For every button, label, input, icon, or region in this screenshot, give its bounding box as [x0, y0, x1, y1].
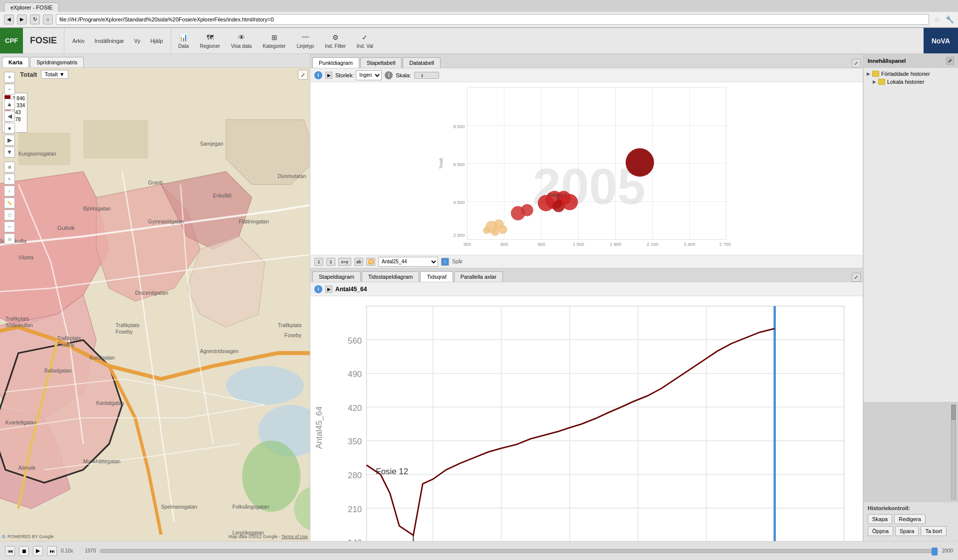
tab-tidsqraf[interactable]: Tidsqraf: [420, 271, 453, 282]
svg-text:Björksgatan: Björksgatan: [83, 206, 111, 211]
fast-forward-btn[interactable]: ⏭: [47, 546, 57, 556]
tab-stapeltabell[interactable]: Stapeltabell: [360, 57, 402, 68]
bookmark-icon[interactable]: ☆: [934, 15, 941, 23]
menu-arkiv[interactable]: Arkiv: [68, 36, 88, 46]
toolbar-kategorier[interactable]: ⊞ Kategorier: [260, 30, 289, 51]
pan-center-btn[interactable]: ●: [4, 123, 15, 134]
axis-btn-1[interactable]: 1: [314, 258, 323, 266]
sidebar-expand-btn[interactable]: ⤢: [946, 57, 954, 65]
play-pause-btn[interactable]: ▶: [33, 546, 43, 556]
sidebar-folder-forladdade[interactable]: ▶ Förladdade historier: [867, 71, 955, 77]
tab-datatabell[interactable]: Datatabell: [403, 57, 441, 68]
browser-tab[interactable]: eXplorer - FOSIE: [4, 2, 59, 12]
tab-punktdiagram[interactable]: Punktdiagram: [312, 57, 359, 68]
axis-btn-2[interactable]: 1: [326, 258, 335, 266]
path-btn[interactable]: 〰: [4, 221, 15, 232]
address-bar[interactable]: [56, 14, 929, 25]
polygon-btn[interactable]: ⬡: [4, 209, 15, 220]
pan-down-btn[interactable]: ▼: [4, 147, 15, 158]
sidebar-title: Innehållspanel: [868, 58, 906, 64]
axis-btn-xy[interactable]: x=y: [338, 258, 351, 266]
toolbar-regioner[interactable]: 🗺 Regioner: [197, 30, 223, 51]
measure-btn[interactable]: 📏: [4, 197, 15, 208]
ta-bort-btn[interactable]: Ta bort: [921, 526, 947, 536]
spår-label: Spår: [452, 259, 463, 264]
menu-installningar[interactable]: Inställningar: [90, 36, 128, 46]
pan-up-btn[interactable]: ▲: [4, 99, 15, 110]
info-btn[interactable]: i: [4, 186, 15, 196]
bottom-chart-info[interactable]: i: [314, 285, 322, 293]
terms-of-use-link[interactable]: Terms of Use: [281, 534, 308, 539]
x-axis-info[interactable]: i: [441, 258, 449, 266]
svg-text:1 800: 1 800: [610, 242, 621, 247]
wrench-icon[interactable]: 🔧: [946, 15, 954, 23]
svg-text:Foseby: Foseby: [116, 329, 133, 335]
left-tabs: Karta Spridningsmatris: [0, 54, 310, 68]
reload-btn[interactable]: ↻: [30, 14, 40, 24]
svg-text:Gullvik: Gullvik: [57, 224, 75, 231]
zoom-in-btn[interactable]: +: [4, 72, 15, 83]
size-info-icon[interactable]: i: [385, 71, 393, 79]
toolbar-visa-data[interactable]: 👁 Visa data: [228, 30, 255, 51]
map-dropdown[interactable]: Totalt ▼: [41, 70, 68, 79]
linjetyp-icon: 〰: [300, 32, 310, 42]
stop-btn[interactable]: ⏹: [19, 546, 29, 556]
menu-hjalp[interactable]: Hjälp: [146, 36, 167, 46]
top-chart-info[interactable]: i: [314, 71, 322, 79]
spara-btn[interactable]: Spara: [895, 526, 919, 536]
x-axis-dropdown[interactable]: Antal25_44: [378, 257, 438, 267]
svg-point-66: [483, 227, 490, 234]
map-fullscreen-btn[interactable]: ⤢: [298, 70, 308, 80]
timeline-thumb[interactable]: [932, 548, 938, 556]
toolbar-data[interactable]: 📊 Data: [175, 30, 192, 51]
menu-vy[interactable]: Vy: [130, 36, 144, 46]
svg-text:Trafikplats: Trafikplats: [116, 323, 140, 328]
tab-stapeldiagram[interactable]: Stapeldiagram: [312, 271, 361, 282]
back-btn[interactable]: ◀: [4, 14, 14, 24]
forward-btn[interactable]: ▶: [17, 14, 27, 24]
bottom-chart-panel: Stapeldiagram Tidsstapeldiagram Tidsqraf…: [310, 268, 863, 541]
browser-bar: eXplorer - FOSIE ◀ ▶ ↻ ⌂ ☆ 🔧: [0, 0, 958, 28]
axis-btn-ab[interactable]: ab: [354, 258, 363, 266]
tab-tidsstapeldiagram[interactable]: Tidsstapeldiagram: [362, 271, 419, 282]
top-chart-fullscreen[interactable]: ⤢: [852, 59, 861, 68]
tab-spridningsmatris[interactable]: Spridningsmatris: [30, 57, 84, 67]
layer-btn[interactable]: ⊞: [4, 162, 15, 173]
toolbar-linjetyp[interactable]: 〰 Linjetyp: [294, 30, 317, 51]
pan-right-btn[interactable]: ▶: [4, 135, 15, 146]
svg-text:350: 350: [348, 437, 362, 446]
data-icon: 📊: [179, 32, 189, 42]
map-container: Söderkulla Västra Gullvik Docentgatan Ba…: [0, 68, 310, 541]
redigera-btn[interactable]: Redigera: [894, 514, 926, 524]
folder-triangle-1: ▶: [867, 71, 870, 76]
svg-text:Flättningatan: Flättningatan: [239, 219, 269, 224]
scale-slider[interactable]: [414, 72, 439, 79]
tab-parallella-axlar[interactable]: Parallella axlar: [454, 271, 503, 282]
toolbar-ind-filter[interactable]: ⚙ Ind. Filter: [322, 30, 349, 51]
menu-bar: Arkiv Inställningar Vy Hjälp: [64, 28, 171, 53]
size-dropdown[interactable]: Ingen: [356, 70, 382, 80]
bottom-chart-fullscreen[interactable]: ⤢: [852, 273, 861, 282]
svg-rect-3: [18, 133, 70, 165]
skapa-btn[interactable]: Skapa: [868, 514, 892, 524]
sidebar-folder-lokala[interactable]: ▶ Lokala historier: [867, 79, 955, 85]
timeline-track[interactable]: [100, 549, 938, 553]
oppna-btn[interactable]: Öppna: [868, 526, 893, 536]
axis-btn-icon[interactable]: 🔀: [366, 258, 375, 266]
sidebar-scrollbar-thumb[interactable]: [952, 405, 956, 420]
bottom-chart-expand[interactable]: ▶: [325, 286, 332, 293]
time-series-area: 560 490 420 350 280 210 140 1970 1975 19…: [310, 296, 863, 541]
home-btn[interactable]: ⌂: [43, 14, 53, 24]
svg-text:Folksångsgatan: Folksångsgatan: [233, 504, 269, 510]
folder-label-1: Förladdade historier: [881, 71, 930, 77]
top-chart-expand[interactable]: ▶: [325, 72, 332, 79]
pan-left-btn[interactable]: ◀: [4, 111, 15, 122]
play-btn[interactable]: ⏮: [5, 546, 15, 556]
toolbar-buttons: 📊 Data 🗺 Regioner 👁 Visa data ⊞ Kategori…: [171, 28, 924, 53]
locate-btn[interactable]: ◎: [4, 233, 15, 244]
toolbar-ind-val[interactable]: ✓ Ind. Val: [354, 30, 376, 51]
svg-text:490: 490: [348, 370, 362, 379]
tab-karta[interactable]: Karta: [2, 57, 29, 67]
zoom-out-btn[interactable]: −: [4, 84, 15, 95]
select-btn[interactable]: ↖: [4, 174, 15, 185]
